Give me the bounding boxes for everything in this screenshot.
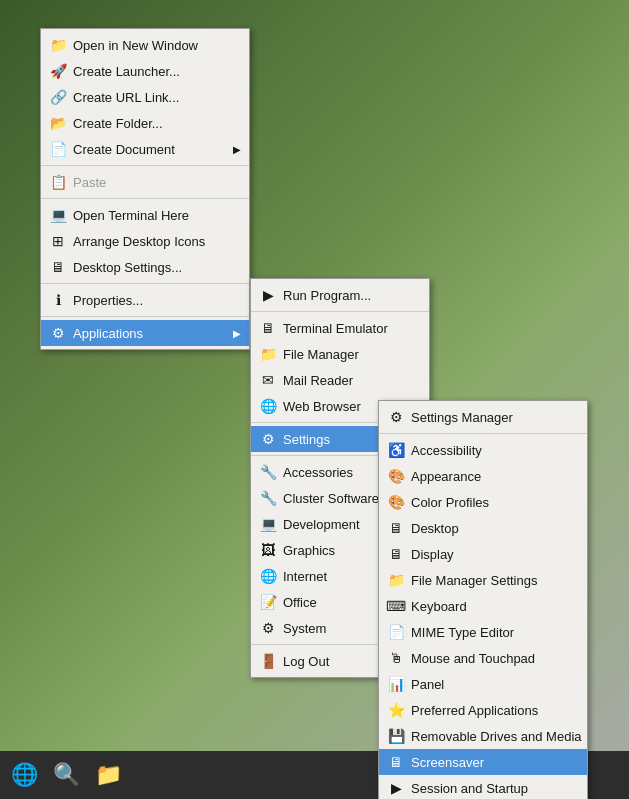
settings-submenu: ⚙ Settings Manager ♿ Accessibility 🎨 App… — [378, 400, 588, 799]
separator — [41, 316, 249, 317]
graphics-icon: 🖼 — [259, 541, 277, 559]
menu-label: Run Program... — [283, 288, 421, 303]
menu-item-arrange-icons[interactable]: ⊞ Arrange Desktop Icons — [41, 228, 249, 254]
menu-label: Display — [411, 547, 579, 562]
menu-item-mouse-touchpad[interactable]: 🖱 Mouse and Touchpad — [379, 645, 587, 671]
system-icon: ⚙ — [259, 619, 277, 637]
accessibility-icon: ♿ — [387, 441, 405, 459]
folder-icon: 📁 — [49, 36, 67, 54]
menu-item-create-document[interactable]: 📄 Create Document ▶ — [41, 136, 249, 162]
menu-item-file-manager[interactable]: 📁 File Manager — [251, 341, 429, 367]
menu-item-settings-manager[interactable]: ⚙ Settings Manager — [379, 404, 587, 430]
menu-label: Paste — [73, 175, 241, 190]
internet-icon: 🌐 — [259, 567, 277, 585]
launcher-icon: 🚀 — [49, 62, 67, 80]
applications-icon: ⚙ — [49, 324, 67, 342]
menu-label: Desktop — [411, 521, 579, 536]
logout-icon: 🚪 — [259, 652, 277, 670]
menu-item-applications[interactable]: ⚙ Applications ▶ — [41, 320, 249, 346]
arrow-icon: ▶ — [223, 144, 241, 155]
menu-label: Appearance — [411, 469, 579, 484]
separator — [41, 283, 249, 284]
menu-item-desktop-settings[interactable]: 🖥 Desktop Settings... — [41, 254, 249, 280]
menu-item-create-url-link[interactable]: 🔗 Create URL Link... — [41, 84, 249, 110]
menu-item-accessibility[interactable]: ♿ Accessibility — [379, 437, 587, 463]
link-icon: 🔗 — [49, 88, 67, 106]
menu-item-open-new-window[interactable]: 📁 Open in New Window — [41, 32, 249, 58]
color-profiles-icon: 🎨 — [387, 493, 405, 511]
menu-item-panel[interactable]: 📊 Panel — [379, 671, 587, 697]
keyboard-icon: ⌨ — [387, 597, 405, 615]
taskbar-browser-icon[interactable]: 🌐 — [4, 755, 44, 795]
menu-label: Create Document — [73, 142, 217, 157]
terminal-emulator-icon: 🖥 — [259, 319, 277, 337]
desktop-icon: 🖥 — [387, 519, 405, 537]
menu-item-open-terminal[interactable]: 💻 Open Terminal Here — [41, 202, 249, 228]
context-menu: 📁 Open in New Window 🚀 Create Launcher..… — [40, 28, 250, 350]
separator — [251, 311, 429, 312]
menu-label: Open in New Window — [73, 38, 241, 53]
arrange-icon: ⊞ — [49, 232, 67, 250]
session-icon: ▶ — [387, 779, 405, 797]
separator — [41, 198, 249, 199]
menu-item-screensaver[interactable]: 🖥 Screensaver — [379, 749, 587, 775]
mime-type-icon: 📄 — [387, 623, 405, 641]
menu-item-run-program[interactable]: ▶ Run Program... — [251, 282, 429, 308]
file-manager-icon: 📁 — [259, 345, 277, 363]
menu-item-keyboard[interactable]: ⌨ Keyboard — [379, 593, 587, 619]
menu-item-mime-type-editor[interactable]: 📄 MIME Type Editor — [379, 619, 587, 645]
menu-label: Screensaver — [411, 755, 579, 770]
menu-item-desktop[interactable]: 🖥 Desktop — [379, 515, 587, 541]
document-icon: 📄 — [49, 140, 67, 158]
settings-manager-icon: ⚙ — [387, 408, 405, 426]
menu-label: Removable Drives and Media — [411, 729, 582, 744]
menu-label: Applications — [73, 326, 217, 341]
terminal-icon: 💻 — [49, 206, 67, 224]
menu-label: Keyboard — [411, 599, 579, 614]
run-icon: ▶ — [259, 286, 277, 304]
office-icon: 📝 — [259, 593, 277, 611]
menu-item-terminal-emulator[interactable]: 🖥 Terminal Emulator — [251, 315, 429, 341]
menu-item-appearance[interactable]: 🎨 Appearance — [379, 463, 587, 489]
settings-icon: ⚙ — [259, 430, 277, 448]
menu-item-mail-reader[interactable]: ✉ Mail Reader — [251, 367, 429, 393]
menu-item-paste[interactable]: 📋 Paste — [41, 169, 249, 195]
menu-item-file-manager-settings[interactable]: 📁 File Manager Settings — [379, 567, 587, 593]
menu-item-session-startup[interactable]: ▶ Session and Startup — [379, 775, 587, 799]
menu-label: Open Terminal Here — [73, 208, 241, 223]
menu-label: Create Launcher... — [73, 64, 241, 79]
web-browser-icon: 🌐 — [259, 397, 277, 415]
menu-item-color-profiles[interactable]: 🎨 Color Profiles — [379, 489, 587, 515]
cluster-icon: 🔧 — [259, 489, 277, 507]
menu-item-preferred-apps[interactable]: ⭐ Preferred Applications — [379, 697, 587, 723]
menu-label: MIME Type Editor — [411, 625, 579, 640]
menu-label: Settings Manager — [411, 410, 579, 425]
menu-label: Preferred Applications — [411, 703, 579, 718]
taskbar-files-icon[interactable]: 📁 — [88, 755, 128, 795]
menu-label: Terminal Emulator — [283, 321, 421, 336]
menu-item-display[interactable]: 🖥 Display — [379, 541, 587, 567]
taskbar-search-icon[interactable]: 🔍 — [46, 755, 86, 795]
menu-label: Arrange Desktop Icons — [73, 234, 241, 249]
mail-icon: ✉ — [259, 371, 277, 389]
folder-new-icon: 📂 — [49, 114, 67, 132]
menu-label: Create URL Link... — [73, 90, 241, 105]
menu-label: Session and Startup — [411, 781, 579, 796]
menu-item-create-launcher[interactable]: 🚀 Create Launcher... — [41, 58, 249, 84]
menu-label: Mail Reader — [283, 373, 421, 388]
properties-icon: ℹ — [49, 291, 67, 309]
screensaver-icon: 🖥 — [387, 753, 405, 771]
accessories-icon: 🔧 — [259, 463, 277, 481]
menu-item-create-folder[interactable]: 📂 Create Folder... — [41, 110, 249, 136]
arrow-icon: ▶ — [223, 328, 241, 339]
menu-label: File Manager Settings — [411, 573, 579, 588]
development-icon: 💻 — [259, 515, 277, 533]
menu-item-removable-drives[interactable]: 💾 Removable Drives and Media — [379, 723, 587, 749]
paste-icon: 📋 — [49, 173, 67, 191]
menu-label: Create Folder... — [73, 116, 241, 131]
mouse-icon: 🖱 — [387, 649, 405, 667]
menu-label: File Manager — [283, 347, 421, 362]
menu-label: Properties... — [73, 293, 241, 308]
menu-label: Accessibility — [411, 443, 579, 458]
menu-item-properties[interactable]: ℹ Properties... — [41, 287, 249, 313]
